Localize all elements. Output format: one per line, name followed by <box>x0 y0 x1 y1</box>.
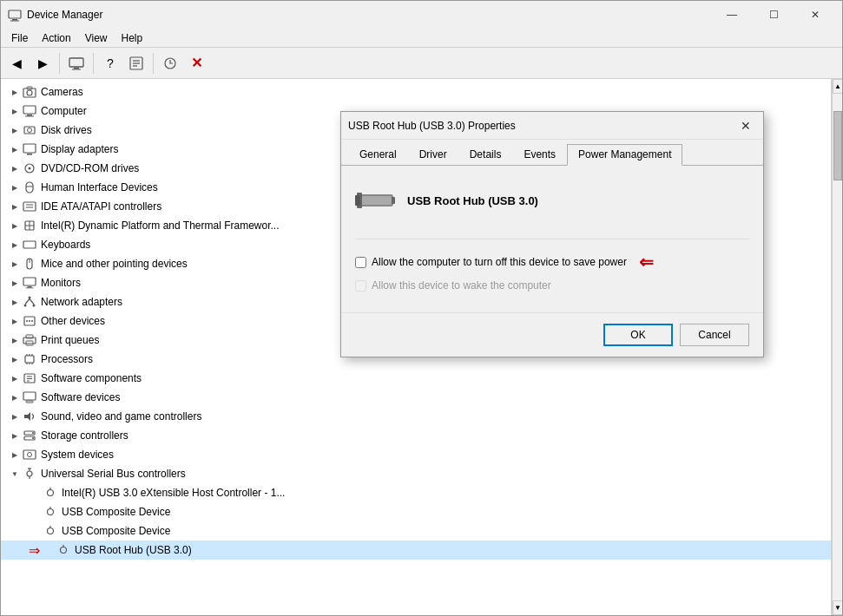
svg-point-69 <box>32 437 34 439</box>
toggle-keyboards[interactable]: ▶ <box>8 238 22 252</box>
svg-rect-87 <box>355 195 360 206</box>
menu-file[interactable]: File <box>4 30 35 46</box>
computer-label: Computer <box>41 105 87 117</box>
maximize-button[interactable]: ☐ <box>754 1 794 29</box>
svg-rect-64 <box>26 401 33 403</box>
toggle-monitors[interactable]: ▶ <box>8 276 22 290</box>
tree-item-sound[interactable]: ▶ Sound, video and game controllers <box>1 407 831 426</box>
toggle-computer[interactable]: ▶ <box>8 104 22 118</box>
allow-turnoff-checkbox[interactable] <box>355 257 366 268</box>
ok-button[interactable]: OK <box>603 324 673 346</box>
toggle-storage[interactable]: ▶ <box>8 429 22 442</box>
ide-label: IDE ATA/ATAPI controllers <box>41 200 161 213</box>
properties-button[interactable] <box>124 51 148 75</box>
tree-item-intel-usb3[interactable]: ▶ Intel(R) USB 3.0 eXtensible Host Contr… <box>1 483 831 502</box>
usb-folder-icon <box>22 466 37 482</box>
help-button[interactable]: ? <box>98 51 122 75</box>
dialog-close-button[interactable]: ✕ <box>735 115 756 136</box>
svg-point-41 <box>24 305 27 307</box>
scroll-thumb[interactable] <box>833 111 842 180</box>
update-button[interactable] <box>158 51 182 75</box>
menu-help[interactable]: Help <box>115 30 150 46</box>
cancel-button[interactable]: Cancel <box>680 324 749 346</box>
remove-button[interactable]: ✕ <box>184 51 208 75</box>
svg-rect-20 <box>27 154 32 155</box>
toggle-dvd[interactable]: ▶ <box>8 161 22 175</box>
svg-point-22 <box>29 167 31 170</box>
allow-wake-checkbox[interactable] <box>355 280 366 292</box>
tab-driver[interactable]: Driver <box>408 144 458 166</box>
tree-item-usb-controllers[interactable]: ▼ Universal Serial Bus controllers <box>1 464 831 483</box>
cameras-label: Cameras <box>41 86 83 98</box>
toggle-sound[interactable]: ▶ <box>8 410 22 423</box>
svg-rect-25 <box>23 202 36 211</box>
usb-composite-1-icon <box>43 504 58 520</box>
intel-usb3-icon <box>43 485 58 501</box>
toggle-mice[interactable]: ▶ <box>8 257 22 271</box>
tab-events[interactable]: Events <box>512 144 567 166</box>
tree-item-usb-composite-2[interactable]: ▶ USB Composite Device <box>1 521 831 541</box>
menu-view[interactable]: View <box>78 30 115 46</box>
toggle-other[interactable]: ▶ <box>8 314 22 328</box>
toggle-print[interactable]: ▶ <box>8 333 22 347</box>
svg-point-40 <box>29 297 31 299</box>
keyboards-label: Keyboards <box>41 239 90 251</box>
toggle-intel[interactable]: ▶ <box>8 219 22 233</box>
scroll-down[interactable]: ▼ <box>833 600 842 615</box>
svg-rect-16 <box>25 116 34 117</box>
toggle-processors[interactable]: ▶ <box>8 352 22 366</box>
arrow-annotation-dialog: ⇐ <box>639 252 654 272</box>
intel-icon <box>22 218 37 233</box>
toggle-system[interactable]: ▶ <box>8 448 22 462</box>
sound-icon <box>22 409 37 424</box>
tree-item-cameras[interactable]: ▶ Cameras <box>1 82 831 102</box>
toggle-sw-devices[interactable]: ▶ <box>8 390 22 404</box>
forward-button[interactable]: ▶ <box>30 51 55 75</box>
toggle-display[interactable]: ▶ <box>8 142 22 156</box>
title-bar: Device Manager — ☐ ✕ <box>1 1 842 29</box>
usb-controllers-label: Universal Serial Bus controllers <box>41 468 186 480</box>
tree-item-sw-devices[interactable]: ▶ Software devices <box>1 388 831 407</box>
usb-composite-2-label: USB Composite Device <box>62 525 170 537</box>
tree-item-usb-composite-1[interactable]: ▶ USB Composite Device <box>1 502 831 521</box>
toggle-hid[interactable]: ▶ <box>8 180 22 194</box>
menu-action[interactable]: Action <box>35 30 77 46</box>
allow-turnoff-label: Allow the computer to turn off this devi… <box>372 256 627 268</box>
close-button[interactable]: ✕ <box>795 1 835 29</box>
toggle-cameras[interactable]: ▶ <box>8 85 22 99</box>
dialog-content: USB Root Hub (USB 3.0) Allow the compute… <box>341 166 763 312</box>
svg-point-47 <box>29 320 30 322</box>
minimize-button[interactable]: — <box>712 1 752 29</box>
properties-dialog[interactable]: USB Root Hub (USB 3.0) Properties ✕ Gene… <box>340 111 764 357</box>
toggle-sw-components[interactable]: ▶ <box>8 371 22 385</box>
svg-rect-4 <box>74 68 79 69</box>
tab-general[interactable]: General <box>348 144 408 166</box>
toggle-ide[interactable]: ▶ <box>8 200 22 213</box>
sw-devices-label: Software devices <box>41 391 120 403</box>
svg-rect-70 <box>23 450 36 459</box>
app-title: Device Manager <box>27 9 712 21</box>
tree-item-storage[interactable]: ▶ Storage controllers <box>1 426 831 445</box>
toolbar: ◀ ▶ ? ✕ <box>1 48 842 79</box>
toggle-network[interactable]: ▶ <box>8 295 22 309</box>
tree-item-system[interactable]: ▶ System devices <box>1 445 831 464</box>
tab-power-management[interactable]: Power Management <box>567 144 682 166</box>
toggle-disk[interactable]: ▶ <box>8 123 22 137</box>
tab-details[interactable]: Details <box>458 144 513 166</box>
svg-rect-31 <box>23 241 36 248</box>
toggle-usb[interactable]: ▼ <box>8 467 22 481</box>
scroll-up[interactable]: ▲ <box>833 79 842 94</box>
separator-1 <box>59 53 60 74</box>
tree-item-usb-root-hub[interactable]: ⇒ ▶ USB Root Hub (USB 3.0) <box>1 541 831 560</box>
usb-root-hub-label: USB Root Hub (USB 3.0) <box>75 544 192 556</box>
computer-button[interactable] <box>64 51 89 75</box>
svg-point-42 <box>33 305 36 307</box>
svg-point-82 <box>61 547 67 554</box>
mouse-icon <box>22 256 37 272</box>
keyboard-icon <box>22 237 37 252</box>
svg-rect-52 <box>25 356 34 363</box>
back-button[interactable]: ◀ <box>4 51 29 75</box>
print-label: Print queues <box>41 334 99 346</box>
tree-item-sw-components[interactable]: ▶ Software components <box>1 369 831 388</box>
vertical-scrollbar[interactable]: ▲ ▼ <box>832 79 842 615</box>
